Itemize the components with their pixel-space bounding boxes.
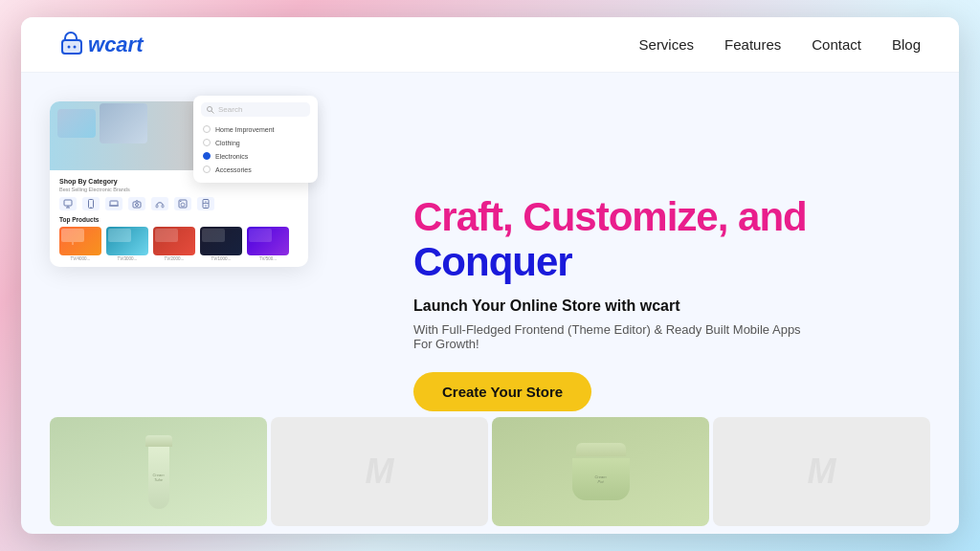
svg-rect-22 xyxy=(61,229,84,242)
cat-icon-phone xyxy=(82,197,100,210)
product-thumbnails: TV/4000... TV/3000... TV/2 xyxy=(59,227,299,261)
svg-point-16 xyxy=(181,203,185,207)
svg-rect-4 xyxy=(64,200,72,206)
svg-rect-26 xyxy=(202,229,225,242)
browser-window: wcart Services Features Contact Blog xyxy=(21,17,959,534)
logo: wcart xyxy=(59,32,143,58)
nav-item-contact[interactable]: Contact xyxy=(812,36,861,54)
svg-rect-0 xyxy=(61,39,82,55)
search-placeholder: Search xyxy=(218,105,242,114)
dropdown-item-2[interactable]: Electronics xyxy=(201,149,310,163)
product-card-placeholder-2: M xyxy=(713,417,930,526)
svg-rect-17 xyxy=(180,201,182,202)
svg-point-2 xyxy=(68,45,71,48)
cat-icon-washer xyxy=(174,197,191,210)
search-icon xyxy=(207,106,214,114)
hero-heading-line2: Conquer xyxy=(413,240,921,284)
cat-icon-laptop xyxy=(105,197,122,210)
search-dropdown: Search Home Improvement Clothing Electro… xyxy=(193,96,318,183)
bottom-products-row: Cream Tube M Cream Pot xyxy=(21,409,959,534)
svg-point-3 xyxy=(74,45,77,48)
cat-icon-camera xyxy=(128,197,145,210)
svg-point-28 xyxy=(208,106,212,111)
hero-heading-line1: Craft, Customize, and xyxy=(413,195,921,239)
radio-electronics xyxy=(203,152,211,160)
hero-description: With Full-Fledged Frontend (Theme Editor… xyxy=(413,322,815,351)
svg-rect-13 xyxy=(156,205,158,208)
nav-item-blog[interactable]: Blog xyxy=(892,36,921,54)
dropdown-item-3[interactable]: Accessories xyxy=(201,163,310,176)
dropdown-item-1[interactable]: Clothing xyxy=(201,136,310,149)
main-content: SUPER SALE Shop By Category Best Selling… xyxy=(21,73,959,534)
product-thumb-3: TV/2000... xyxy=(153,227,195,261)
cat-subtitle: Best Selling Electronic Brands xyxy=(59,187,299,192)
navbar: wcart Services Features Contact Blog xyxy=(21,17,959,73)
radio-home xyxy=(203,125,211,133)
search-bar[interactable]: Search xyxy=(201,102,310,117)
svg-line-29 xyxy=(212,111,214,114)
product-card-placeholder-1: M xyxy=(271,417,488,526)
product-thumb-5: TV/500... xyxy=(247,227,289,261)
radio-accessories xyxy=(203,165,211,173)
product-thumb-1: TV/4000... xyxy=(59,227,101,261)
svg-rect-27 xyxy=(249,229,272,242)
products-section-title: Top Products xyxy=(59,216,299,223)
dropdown-item-0[interactable]: Home Improvement xyxy=(201,122,310,136)
product-card-cream-tube: Cream Tube xyxy=(50,417,267,526)
nav-item-features[interactable]: Features xyxy=(724,36,781,54)
create-store-button[interactable]: Create Your Store xyxy=(413,372,591,411)
cat-icon-tv xyxy=(59,197,77,210)
svg-rect-24 xyxy=(108,229,131,242)
svg-point-8 xyxy=(91,207,92,208)
preview-categories: Shop By Category Best Selling Electronic… xyxy=(50,170,308,267)
product-thumb-2: TV/3000... xyxy=(106,227,148,261)
svg-point-12 xyxy=(136,204,139,207)
svg-rect-25 xyxy=(155,229,178,242)
product-card-cream-jar: Cream Pot xyxy=(492,417,709,526)
logo-icon xyxy=(59,32,86,58)
cat-icon-headphone xyxy=(151,197,168,210)
nav-links: Services Features Contact Blog xyxy=(639,36,921,54)
svg-rect-14 xyxy=(162,205,164,208)
cat-icon-fridge xyxy=(197,197,214,210)
hero-subheading: Launch Your Online Store with wcart xyxy=(413,298,921,315)
svg-rect-11 xyxy=(133,202,141,208)
radio-clothing xyxy=(203,139,211,146)
svg-rect-9 xyxy=(110,201,118,206)
category-icons xyxy=(59,197,299,210)
product-thumb-4: TV/1000... xyxy=(200,227,242,261)
logo-text: wcart xyxy=(88,33,143,57)
nav-item-services[interactable]: Services xyxy=(639,36,695,54)
